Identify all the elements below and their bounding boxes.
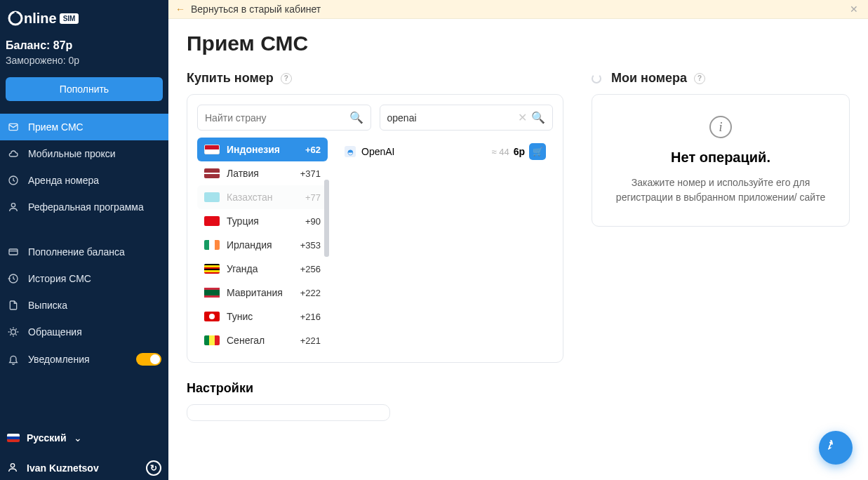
nav-item-bell[interactable]: Уведомления bbox=[0, 345, 168, 373]
flag-icon bbox=[204, 192, 220, 202]
mail-icon bbox=[7, 121, 20, 133]
search-icon: 🔍 bbox=[349, 111, 363, 124]
history-icon bbox=[7, 273, 20, 284]
nav-primary: Прием СМСМобильные проксиАренда номераРе… bbox=[0, 114, 168, 220]
logo: nline SIM bbox=[0, 0, 168, 32]
nav-item-label: Пополнение баланса bbox=[28, 246, 125, 258]
nav-item-clock[interactable]: Аренда номера bbox=[0, 167, 168, 194]
flag-ru-icon bbox=[7, 434, 20, 442]
country-code: +216 bbox=[300, 312, 321, 322]
country-name: Ирландия bbox=[227, 239, 272, 251]
nav-item-bug[interactable]: Обращения bbox=[0, 319, 168, 345]
country-name: Латвия bbox=[227, 168, 259, 179]
bell-icon bbox=[7, 354, 20, 365]
settings-card bbox=[187, 404, 390, 421]
country-code: +77 bbox=[305, 192, 321, 203]
flag-icon bbox=[204, 335, 220, 345]
language-selector[interactable]: Русский ⌄ bbox=[7, 432, 161, 444]
search-icon: 🔍 bbox=[531, 111, 545, 124]
empty-title: Нет операций. bbox=[612, 149, 829, 166]
help-icon[interactable]: ? bbox=[694, 73, 705, 84]
arrow-left-icon: ← bbox=[175, 4, 185, 15]
nav-item-user[interactable]: Реферальная программа bbox=[0, 194, 168, 220]
country-row[interactable]: Турция+90 bbox=[197, 209, 328, 233]
user-icon bbox=[7, 201, 20, 213]
svg-point-4 bbox=[11, 204, 15, 207]
flag-icon bbox=[204, 240, 220, 250]
openai-icon: ◓ bbox=[345, 146, 356, 157]
flag-icon bbox=[204, 216, 220, 226]
settings-title: Настройки bbox=[187, 381, 563, 396]
country-list: Индонезия+62Латвия+371Казахстан+77Турция… bbox=[197, 138, 328, 352]
country-row[interactable]: Сенегал+221 bbox=[197, 328, 328, 352]
return-banner[interactable]: ← Вернуться в старый кабинет ✕ bbox=[168, 0, 868, 19]
country-name: Индонезия bbox=[227, 144, 280, 155]
nav-item-mail[interactable]: Прием СМС bbox=[0, 114, 168, 140]
nav-item-label: Выписка bbox=[28, 300, 67, 311]
notifications-toggle[interactable] bbox=[136, 353, 161, 366]
frozen-label: Заморожено: 0р bbox=[6, 55, 163, 66]
topup-button[interactable]: Пополнить bbox=[6, 77, 163, 101]
buy-section-title: Купить номер ? bbox=[187, 71, 563, 86]
empty-text: Закажите номер и используйте его для рег… bbox=[612, 175, 829, 205]
banner-text: Вернуться в старый кабинет bbox=[191, 4, 321, 15]
offer-list: ◓ OpenAI ≈ 44 6р 🛒 bbox=[338, 138, 553, 352]
country-code: +222 bbox=[300, 288, 321, 298]
nav-item-card[interactable]: Пополнение баланса bbox=[0, 239, 168, 265]
help-icon[interactable]: ? bbox=[281, 73, 292, 84]
country-name: Казахстан bbox=[227, 192, 273, 203]
clear-icon[interactable]: ✕ bbox=[518, 111, 527, 124]
logo-text: nline bbox=[24, 11, 57, 27]
svg-point-6 bbox=[11, 330, 16, 335]
country-row[interactable]: Казахстан+77 bbox=[197, 185, 328, 209]
logo-badge: SIM bbox=[60, 13, 79, 24]
country-row[interactable]: Тунис+216 bbox=[197, 305, 328, 328]
nav-secondary: Пополнение балансаИстория СМСВыпискаОбра… bbox=[0, 239, 168, 373]
chat-button[interactable] bbox=[819, 431, 853, 465]
chevron-down-icon: ⌄ bbox=[74, 432, 82, 444]
country-code: +353 bbox=[300, 240, 321, 251]
user-icon bbox=[7, 462, 18, 475]
cart-button[interactable]: 🛒 bbox=[529, 143, 546, 160]
nav-item-doc[interactable]: Выписка bbox=[0, 292, 168, 319]
country-row[interactable]: Индонезия+62 bbox=[197, 138, 328, 161]
offer-name: OpenAI bbox=[361, 146, 394, 157]
user-block[interactable]: Ivan Kuznetsov ↻ bbox=[7, 460, 161, 476]
flag-icon bbox=[204, 288, 220, 298]
nav-item-cloud[interactable]: Мобильные прокси bbox=[0, 140, 168, 167]
country-row[interactable]: Латвия+371 bbox=[197, 161, 328, 185]
country-search-input[interactable] bbox=[205, 112, 345, 124]
svg-rect-5 bbox=[9, 249, 18, 255]
mynumbers-empty: i Нет операций. Закажите номер и использ… bbox=[592, 94, 850, 227]
flag-icon bbox=[204, 168, 220, 178]
nav-item-label: Уведомления bbox=[28, 354, 90, 365]
offer-row[interactable]: ◓ OpenAI ≈ 44 6р 🛒 bbox=[338, 138, 553, 166]
buy-card: 🔍 ✕ 🔍 Индонезия+62Латвия+371Казахстан+77… bbox=[187, 94, 563, 363]
country-row[interactable]: Мавритания+222 bbox=[197, 281, 328, 305]
nav-item-label: Аренда номера bbox=[28, 175, 99, 186]
nav-item-history[interactable]: История СМС bbox=[0, 265, 168, 292]
country-search[interactable]: 🔍 bbox=[197, 105, 371, 131]
balance-label: Баланс: 87р bbox=[6, 39, 163, 52]
mynumbers-section-title: Мои номера ? bbox=[592, 71, 850, 86]
close-icon[interactable]: ✕ bbox=[847, 4, 861, 15]
cloud-icon bbox=[7, 148, 20, 159]
scrollbar[interactable] bbox=[324, 138, 329, 352]
country-code: +256 bbox=[300, 264, 321, 274]
nav-item-label: Реферальная программа bbox=[28, 201, 144, 213]
service-search[interactable]: ✕ 🔍 bbox=[380, 105, 554, 131]
username: Ivan Kuznetsov bbox=[27, 462, 99, 474]
sidebar: nline SIM Баланс: 87р Заморожено: 0р Поп… bbox=[0, 0, 168, 480]
main: ← Вернуться в старый кабинет ✕ Прием СМС… bbox=[168, 0, 868, 480]
country-row[interactable]: Ирландия+353 bbox=[197, 233, 328, 257]
spinner-icon bbox=[592, 74, 601, 84]
country-name: Сенегал bbox=[227, 335, 265, 346]
card-icon bbox=[7, 246, 20, 258]
country-row[interactable]: Уганда+256 bbox=[197, 257, 328, 281]
service-search-input[interactable] bbox=[387, 112, 514, 124]
country-name: Мавритания bbox=[227, 287, 283, 298]
logout-icon[interactable]: ↻ bbox=[146, 460, 161, 476]
nav-item-label: Обращения bbox=[28, 326, 82, 338]
flag-icon bbox=[204, 264, 220, 274]
offer-price: 6р bbox=[514, 146, 525, 157]
